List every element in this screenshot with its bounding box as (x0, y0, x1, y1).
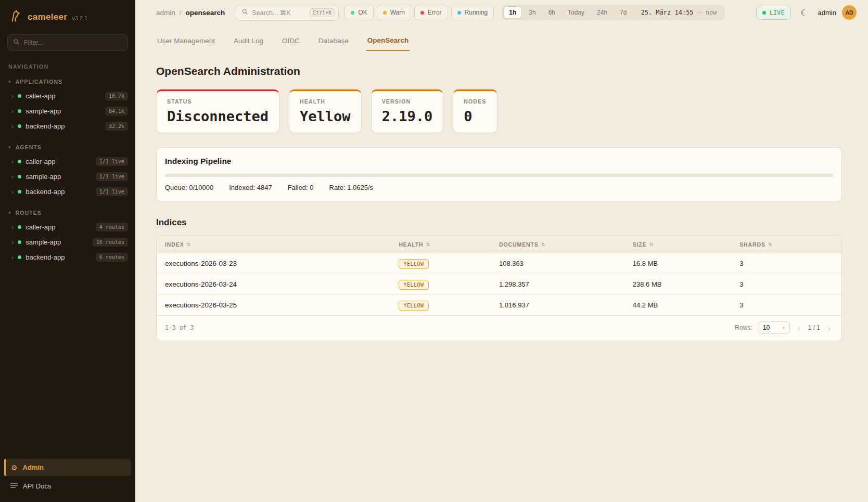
pipeline-title: Indexing Pipeline (165, 157, 833, 166)
time-range-24h[interactable]: 24h (591, 6, 613, 19)
sidebar-item-agent-backend-app[interactable]: › backend-app 1/1 live (0, 184, 135, 199)
global-search[interactable]: Search... ⌘K Ctrl+K (236, 5, 339, 21)
chevron-right-icon: › (11, 108, 14, 114)
app-logo[interactable]: cameleer v3.2.1 (0, 0, 135, 32)
sidebar-filter-box[interactable] (7, 34, 128, 51)
camel-logo-icon (8, 9, 23, 25)
filter-chip-warn[interactable]: Warn (377, 5, 411, 20)
tab-database[interactable]: Database (317, 33, 350, 51)
filter-chip-ok[interactable]: OK (344, 5, 373, 20)
sort-icon: ⇅ (541, 242, 545, 247)
sidebar-item-api-docs[interactable]: API Docs (4, 478, 131, 495)
nav-section-routes: ▾ ROUTES › caller-app 4 routes › sample-… (0, 207, 135, 265)
time-range-3h[interactable]: 3h (523, 6, 541, 19)
live-status-badge[interactable]: LIVE (756, 6, 791, 20)
size-cell: 238.6 MB (633, 280, 739, 288)
time-range-6h[interactable]: 6h (543, 6, 561, 19)
next-page-button[interactable]: › (825, 324, 833, 332)
stat-label: VERSION (382, 98, 433, 105)
stat-value: 0 (464, 108, 486, 124)
chevron-right-icon: › (11, 254, 14, 261)
column-label: INDEX (165, 241, 184, 248)
column-header-index[interactable]: INDEX⇅ (165, 241, 399, 248)
table-row[interactable]: executions-2026-03-24 YELLOW 1.298.357 2… (157, 274, 841, 295)
status-dot (18, 160, 21, 163)
column-header-size[interactable]: SIZE⇅ (633, 241, 739, 248)
dark-mode-toggle[interactable]: ☾ (797, 5, 812, 20)
tab-oidc[interactable]: OIDC (281, 33, 301, 51)
table-row[interactable]: executions-2026-03-25 YELLOW 1.016.937 4… (157, 295, 841, 316)
health-badge: YELLOW (399, 301, 428, 311)
nav-item-label: sample-app (25, 173, 91, 181)
section-header-agents[interactable]: ▾ AGENTS (0, 141, 135, 154)
breadcrumb-parent[interactable]: admin (156, 9, 175, 17)
sidebar-item-application-sample-app[interactable]: › sample-app 84.1k (0, 104, 135, 119)
sidebar: cameleer v3.2.1 NAVIGATION ▾ APPLICATION… (0, 0, 135, 502)
stat-label: STATUS (167, 98, 269, 105)
size-cell: 44.2 MB (633, 301, 739, 309)
sidebar-item-agent-caller-app[interactable]: › caller-app 1/1 live (0, 154, 135, 169)
sidebar-item-route-backend-app[interactable]: › backend-app 6 routes (0, 250, 135, 265)
indices-table: INDEX⇅ HEALTH⇅ DOCUMENTS⇅ SIZE⇅ SHARDS⇅ … (156, 235, 842, 341)
stat-value: Disconnected (167, 108, 269, 124)
sidebar-item-agent-sample-app[interactable]: › sample-app 1/1 live (0, 169, 135, 184)
app-name: cameleer (28, 12, 67, 22)
stat-value: Yellow (300, 108, 351, 124)
chevron-right-icon: › (11, 93, 14, 99)
main-area: admin / opensearch Search... ⌘K Ctrl+K O… (135, 0, 868, 502)
column-label: HEALTH (399, 241, 423, 248)
sidebar-item-application-backend-app[interactable]: › backend-app 32.2k (0, 119, 135, 134)
warn-status-dot (383, 11, 387, 15)
chevron-down-icon: ▾ (8, 79, 11, 84)
live-label: LIVE (770, 9, 785, 16)
result-range: 1-3 of 3 (165, 324, 194, 331)
section-header-routes[interactable]: ▾ ROUTES (0, 207, 135, 220)
breadcrumb-current: opensearch (186, 9, 225, 17)
health-badge: YELLOW (399, 259, 428, 269)
status-dot (18, 190, 21, 194)
table-row[interactable]: executions-2026-03-23 YELLOW 108.363 16.… (157, 253, 841, 274)
column-header-documents[interactable]: DOCUMENTS⇅ (499, 241, 633, 248)
sidebar-item-application-caller-app[interactable]: › caller-app 10.7k (0, 88, 135, 104)
section-label: AGENTS (16, 144, 42, 150)
nav-item-label: sample-app (25, 238, 88, 246)
status-filter-group: OK Warn Error Running (344, 5, 494, 20)
indices-title: Indices (156, 217, 842, 228)
stat-cards: STATUS Disconnected HEALTH Yellow VERSIO… (156, 89, 842, 133)
sort-icon: ⇅ (426, 242, 430, 247)
filter-chip-label: OK (358, 9, 367, 16)
tab-audit-log[interactable]: Audit Log (233, 33, 264, 51)
sidebar-item-admin[interactable]: ⚙ Admin (4, 459, 131, 476)
chevron-right-icon: › (11, 224, 14, 230)
column-header-health[interactable]: HEALTH⇅ (399, 241, 499, 248)
index-name: executions-2026-03-25 (165, 301, 399, 309)
prev-page-button[interactable]: ‹ (795, 324, 803, 332)
status-dot (18, 94, 21, 98)
tab-opensearch[interactable]: OpenSearch (366, 33, 410, 51)
status-dot (18, 255, 21, 259)
chevron-down-icon: ▾ (783, 326, 785, 330)
filter-input[interactable] (24, 39, 122, 46)
pipeline-indexed: Indexed: 4847 (229, 184, 272, 191)
sidebar-item-route-caller-app[interactable]: › caller-app 4 routes (0, 220, 135, 235)
status-dot (18, 240, 21, 244)
time-range-group: 1h 3h 6h Today 24h 7d 25. März 14:55 — n… (502, 5, 724, 20)
api-docs-label: API Docs (23, 482, 51, 490)
time-range-1h[interactable]: 1h (503, 6, 522, 19)
column-header-shards[interactable]: SHARDS⇅ (739, 241, 833, 248)
section-header-applications[interactable]: ▾ APPLICATIONS (0, 76, 135, 88)
pipeline-stats: Queue: 0/10000 Indexed: 4847 Failed: 0 R… (165, 184, 833, 191)
size-cell: 16.8 MB (633, 260, 739, 267)
date-range-display[interactable]: 25. März 14:55 — now (633, 9, 723, 16)
time-range-7d[interactable]: 7d (614, 6, 632, 19)
nav-section-agents: ▾ AGENTS › caller-app 1/1 live › sample-… (0, 141, 135, 199)
rows-per-page-select[interactable]: 10 ▾ (758, 321, 790, 334)
sidebar-item-route-sample-app[interactable]: › sample-app 16 routes (0, 235, 135, 250)
time-range-today[interactable]: Today (562, 6, 590, 19)
filter-chip-running[interactable]: Running (451, 5, 494, 20)
index-name: executions-2026-03-24 (165, 280, 399, 288)
status-dot (18, 124, 21, 128)
tab-user-management[interactable]: User Management (156, 33, 216, 51)
filter-chip-error[interactable]: Error (414, 5, 448, 20)
avatar[interactable]: AD (842, 5, 857, 20)
